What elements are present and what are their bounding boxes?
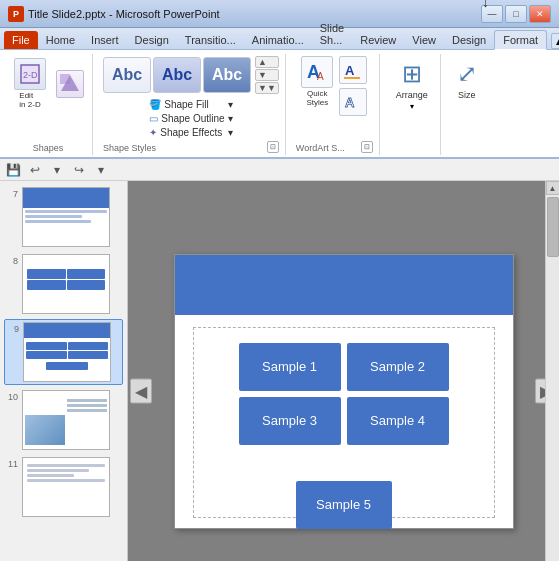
undo-dropdown[interactable]: ▾: [48, 161, 66, 179]
outline-icon: ▭: [149, 113, 158, 124]
toolbar-more[interactable]: ▾: [92, 161, 110, 179]
edit-2d-button[interactable]: 2-D Editin 2-D: [10, 56, 50, 111]
slide-header: [175, 255, 513, 315]
wordart-small-btns: A A: [339, 56, 367, 116]
shape-button[interactable]: [54, 68, 86, 100]
shape-fill-btn[interactable]: 🪣 Shape Fill ▾: [145, 98, 236, 111]
style-nav-up[interactable]: ▲: [255, 56, 279, 68]
shape-style-3[interactable]: Abc: [203, 57, 251, 93]
tab-animations[interactable]: Animatio...: [244, 31, 312, 49]
window-title: Title Slide2.pptx - Microsoft PowerPoint: [28, 8, 220, 20]
scroll-track[interactable]: [546, 195, 560, 561]
save-icon[interactable]: 💾: [4, 161, 22, 179]
wordart-buttons: A A QuickStyles A A: [301, 56, 367, 116]
effects-icon: ✦: [149, 127, 157, 138]
shape-style-2[interactable]: Abc: [153, 57, 201, 93]
format-ribbon: 2-D Editin 2-D Shapes Abc Abc: [0, 50, 559, 159]
tab-view[interactable]: View: [404, 31, 444, 49]
shape-fill-label: Shape Fill: [164, 99, 208, 110]
sample-box-1: Sample 1: [239, 343, 341, 391]
wordart-expand[interactable]: ⊡: [361, 141, 373, 153]
shape-styles-group: Abc Abc Abc ▲ ▼ ▼▼ 🪣 Shape Fill ▾ ▭ Shap…: [97, 54, 286, 155]
arrange-btn[interactable]: ⊞ Arrange ▾: [390, 56, 434, 115]
tab-transitions[interactable]: Transitio...: [177, 31, 244, 49]
sample-box-2: Sample 2: [347, 343, 449, 391]
svg-text:A: A: [345, 95, 355, 110]
tab-home[interactable]: Home: [38, 31, 83, 49]
slide-canvas: Sample 1 Sample 2 Sample 3 Sample 4 Samp…: [174, 254, 514, 529]
fill-dropdown-icon: ▾: [228, 99, 233, 110]
slide-num-8: 8: [6, 256, 18, 266]
shape-outline-label: Shape Outline: [161, 113, 224, 124]
ribbon-tabs: File Home Insert Design Transitio... Ani…: [0, 28, 559, 50]
slide-img-9: [23, 322, 111, 382]
shape-outline-btn[interactable]: ▭ Shape Outline ▾: [145, 112, 236, 125]
slide-img-7: [22, 187, 110, 247]
undo-button[interactable]: ↩: [26, 161, 44, 179]
shape-style-1[interactable]: Abc: [103, 57, 151, 93]
slide-thumb-10[interactable]: 10: [4, 388, 123, 452]
shape-options: 🪣 Shape Fill ▾ ▭ Shape Outline ▾ ✦ Shape…: [145, 98, 236, 139]
size-icon: ⤢: [457, 60, 477, 88]
arrange-icon: ⊞: [402, 60, 422, 88]
ppt-icon: P: [8, 6, 24, 22]
slide-num-10: 10: [6, 392, 18, 402]
slide-nav-left[interactable]: ◀: [130, 379, 152, 404]
shapes-grid: Sample 1 Sample 2 Sample 3 Sample 4: [239, 343, 449, 445]
arrange-label: Arrange: [396, 90, 428, 100]
title-bar-left: P Title Slide2.pptx - Microsoft PowerPoi…: [8, 6, 220, 22]
tab-insert[interactable]: Insert: [83, 31, 127, 49]
slide-img-10: [22, 390, 110, 450]
slide-thumb-7[interactable]: 7: [4, 185, 123, 249]
effects-dropdown-icon: ▾: [228, 127, 233, 138]
text-outline-btn[interactable]: A: [339, 88, 367, 116]
vertical-scrollbar[interactable]: ▲ ▼ ▼: [545, 181, 559, 561]
close-button[interactable]: ✕: [529, 5, 551, 23]
ribbon-collapse-btn[interactable]: ▲: [551, 33, 559, 49]
style-nav-more[interactable]: ▼▼: [255, 82, 279, 94]
svg-text:2-D: 2-D: [23, 70, 38, 80]
main-area: 7 8: [0, 181, 559, 561]
wordart-label: WordArt S...: [296, 141, 345, 153]
quick-access-toolbar: 💾 ↩ ▾ ↪ ▾: [0, 159, 559, 181]
text-fill-btn[interactable]: A: [339, 56, 367, 84]
slide-thumb-9[interactable]: 9: [4, 319, 123, 385]
shape-icon: [56, 70, 84, 98]
scroll-up-btn[interactable]: ▲: [546, 181, 560, 195]
shape-styles-label: Shape Styles: [103, 141, 156, 153]
window-controls: — □ ✕: [481, 5, 551, 23]
slide-thumb-8[interactable]: 8: [4, 252, 123, 316]
arrange-dropdown: ▾: [410, 102, 414, 111]
tab-review[interactable]: Review: [352, 31, 404, 49]
shape-styles-expand[interactable]: ⊡: [267, 141, 279, 153]
maximize-button[interactable]: □: [505, 5, 527, 23]
style-nav-down[interactable]: ▼: [255, 69, 279, 81]
svg-rect-3: [60, 74, 70, 84]
redo-button[interactable]: ↪: [70, 161, 88, 179]
scroll-thumb[interactable]: [547, 197, 559, 257]
tab-design2[interactable]: Design: [444, 31, 494, 49]
shapes-group: 2-D Editin 2-D Shapes: [4, 54, 93, 155]
slide-num-7: 7: [6, 189, 18, 199]
shape-effects-btn[interactable]: ✦ Shape Effects ▾: [145, 126, 236, 139]
size-group: ⤢ Size: [445, 54, 489, 155]
canvas-area: Sample 1 Sample 2 Sample 3 Sample 4 Samp…: [128, 181, 559, 561]
slide-panel: 7 8: [0, 181, 128, 561]
size-btn[interactable]: ⤢ Size: [451, 56, 483, 104]
sample-box-4: Sample 4: [347, 397, 449, 445]
slide-thumb-11[interactable]: 11: [4, 455, 123, 519]
tab-file[interactable]: File: [4, 31, 38, 49]
shape-effects-label: Shape Effects: [160, 127, 222, 138]
size-label: Size: [458, 90, 476, 100]
slide-img-11: [22, 457, 110, 517]
tab-design[interactable]: Design: [127, 31, 177, 49]
edit-2d-label: Editin 2-D: [19, 91, 40, 109]
svg-text:A: A: [317, 71, 324, 82]
title-bar: P Title Slide2.pptx - Microsoft PowerPoi…: [0, 0, 559, 28]
sample-box-5: Sample 5: [296, 481, 392, 529]
style-nav: ▲ ▼ ▼▼: [255, 56, 279, 94]
tab-format[interactable]: Format: [494, 30, 547, 50]
tab-slideshow[interactable]: Slide Sh...: [312, 19, 352, 49]
sample-single-container: Sample 5: [296, 475, 392, 529]
wordart-quickstyles-btn[interactable]: A A QuickStyles: [301, 56, 333, 116]
